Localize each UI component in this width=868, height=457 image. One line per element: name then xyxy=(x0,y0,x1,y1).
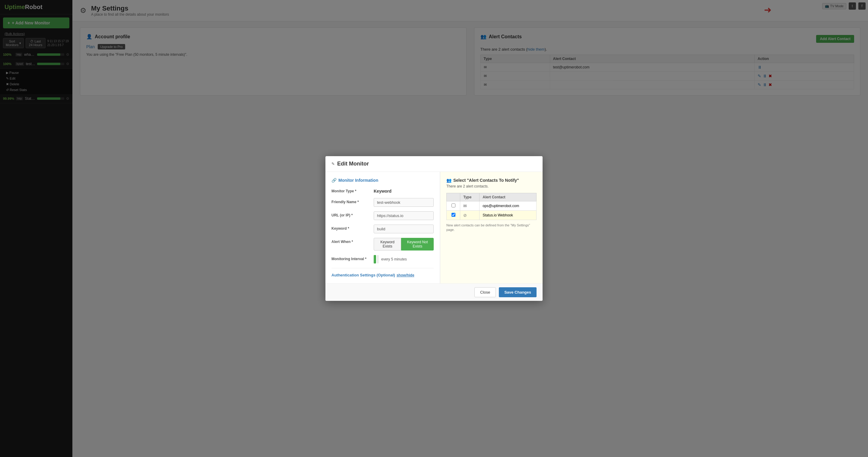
modal-header: ✎ Edit Monitor xyxy=(326,156,434,172)
edit-monitor-icon: ✎ xyxy=(332,162,335,166)
keyword-label: Keyword * xyxy=(332,225,371,228)
edit-monitor-modal: ✎ Edit Monitor 🔗 Monitor Information Mon… xyxy=(326,156,434,228)
url-input[interactable] xyxy=(374,211,434,220)
modal-body: 🔗 Monitor Information Monitor Type * Key… xyxy=(326,172,434,228)
friendly-name-label: Friendly Name * xyxy=(332,198,371,204)
modal-title: Edit Monitor xyxy=(337,161,369,167)
form-row-friendly-name: Friendly Name * xyxy=(332,198,434,207)
monitor-type-value: Keyword xyxy=(374,187,392,194)
info-icon: 🔗 xyxy=(332,178,337,183)
modal-overlay: ✎ Edit Monitor 🔗 Monitor Information Mon… xyxy=(0,0,434,228)
friendly-name-input[interactable] xyxy=(374,198,434,207)
monitor-info-heading: 🔗 Monitor Information xyxy=(332,178,434,183)
url-label: URL (or IP) * xyxy=(332,211,371,217)
monitor-type-label: Monitor Type * xyxy=(332,187,371,193)
modal-left-panel: 🔗 Monitor Information Monitor Type * Key… xyxy=(326,172,434,228)
form-row-url: URL (or IP) * xyxy=(332,211,434,220)
keyword-input[interactable] xyxy=(374,225,434,228)
form-row-keyword: Keyword * xyxy=(332,225,434,228)
form-row-monitor-type: Monitor Type * Keyword xyxy=(332,187,434,194)
